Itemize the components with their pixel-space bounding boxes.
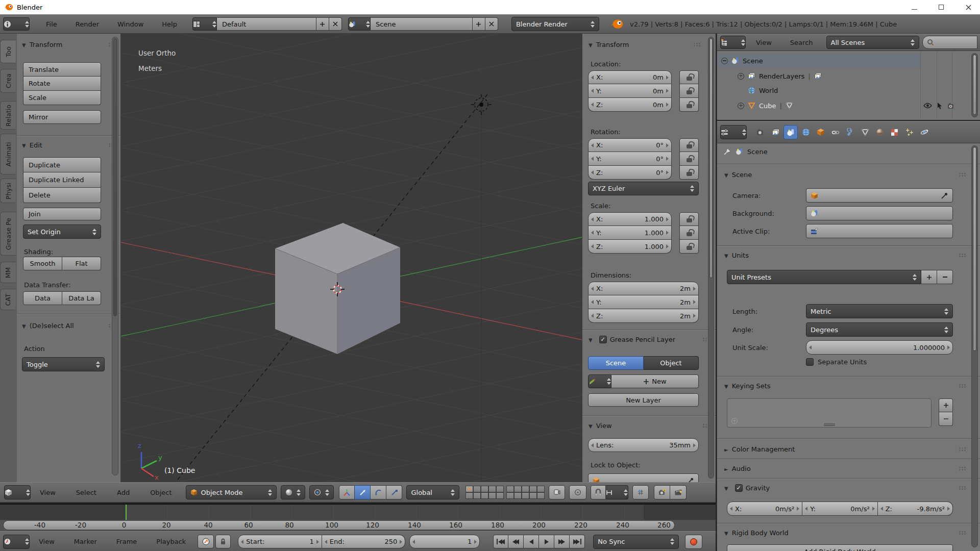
add-rigid-body-world-button[interactable]: Add Rigid Body World [727,544,953,551]
gp-source-object-button[interactable]: Object [644,356,699,370]
set-origin-menu[interactable]: Set Origin [23,224,101,239]
lock-location-y-button[interactable] [679,84,699,98]
frame-start-field[interactable]: Start:1 [238,535,322,548]
rotate-button[interactable]: Rotate [23,77,101,91]
gp-new-button[interactable]: New [611,374,699,388]
panel-header-transform-n[interactable]: Transform [589,41,701,48]
deselect-action-select[interactable]: Toggle [22,357,105,371]
restrict-render-icon[interactable] [947,103,955,109]
editor-type-button-properties[interactable] [720,125,747,139]
shade-smooth-button[interactable]: Smooth [23,257,62,270]
dimensions-x-field[interactable]: X:2m [588,282,699,295]
duplicate-linked-button[interactable]: Duplicate Linked [23,172,101,188]
active-clip-field[interactable] [806,224,953,238]
pivot-point-select[interactable] [309,485,334,499]
editor-type-button-3dview[interactable] [4,485,31,499]
manipulator-rotate-button[interactable] [371,485,386,499]
lock-layers-button[interactable] [549,485,565,499]
lamp-object[interactable] [471,94,492,115]
menu-add[interactable]: Add [115,489,132,496]
screen-layout-delete-button[interactable] [329,17,342,31]
layers-widget[interactable] [465,486,545,499]
menu-timeline-view[interactable]: View [37,538,57,545]
panel-header-transform[interactable]: Transform [22,41,116,48]
lock-rotation-z-button[interactable] [679,166,699,180]
properties-scrollbar[interactable] [971,145,978,547]
scale-y-field[interactable]: Y:1.000 [588,226,672,240]
unit-preset-add-button[interactable] [921,270,937,284]
gp-new-layer-button[interactable]: New Layer [588,393,699,407]
panel-header-scene[interactable]: Scene [724,171,967,179]
toolshelf-tab-animation[interactable]: Animati [0,134,16,174]
dimensions-y-field[interactable]: Y:2m [588,295,699,309]
jump-to-end-button[interactable] [570,535,585,548]
panel-header-grease-pencil[interactable]: Grease Pencil Layer [589,336,710,343]
scene-name-field[interactable]: Scene [371,17,473,31]
collapse-icon[interactable] [721,58,728,64]
location-x-field[interactable]: X:0m [588,70,672,84]
menu-timeline-frame[interactable]: Frame [114,538,139,545]
keying-set-add-button[interactable] [939,398,953,412]
rotation-mode-select[interactable]: XYZ Euler [588,182,699,195]
tab-object[interactable] [814,125,827,139]
data-transfer-layout-button[interactable]: Data La [62,291,101,305]
duplicate-button[interactable]: Duplicate [23,157,101,172]
scale-button[interactable]: Scale [23,91,101,105]
close-button[interactable] [957,0,980,14]
panel-header-color-management[interactable]: Color Management [724,445,967,453]
panel-drag-handle[interactable] [959,447,967,452]
toolshelf-tab-relations[interactable]: Relatio [0,101,16,130]
rotation-x-field[interactable]: X:0° [588,138,672,152]
rotation-z-field[interactable]: Z:0° [588,166,672,180]
gravity-checkbox[interactable] [735,484,743,492]
outliner-row-world[interactable]: World [748,84,921,97]
dimensions-z-field[interactable]: Z:2m [588,309,699,323]
play-button[interactable] [539,535,554,548]
tab-constraints[interactable] [828,125,842,139]
editor-type-button[interactable] [3,17,30,31]
toolshelf-scrollbar[interactable] [112,37,118,475]
man​ipulator-toggle-button[interactable] [339,485,355,499]
lock-location-z-button[interactable] [679,98,699,112]
toolshelf-tab-grease-pencil[interactable]: Grease Pe [0,212,16,256]
proportional-edit-button[interactable] [569,485,586,499]
scene-add-button[interactable] [473,17,485,31]
gravity-z-field[interactable]: Z:-9.8m/s² [878,502,953,516]
unit-preset-remove-button[interactable] [937,270,953,284]
panel-drag-handle[interactable] [959,466,967,471]
panel-drag-handle[interactable] [959,531,967,535]
menu-outliner-search[interactable]: Search [788,39,815,46]
menu-select[interactable]: Select [74,489,99,496]
menu-view[interactable]: View [38,489,58,496]
maximize-button[interactable] [929,0,953,14]
lock-scale-z-button[interactable] [679,240,699,254]
scene-camera-field[interactable] [806,188,953,203]
jump-next-keyframe-button[interactable] [554,535,570,548]
restrict-select-icon[interactable] [937,102,943,110]
keying-set-remove-button[interactable] [939,412,953,426]
list-resize-grip[interactable] [824,423,835,424]
scale-z-field[interactable]: Z:1.000 [588,240,672,254]
unit-scale-field[interactable]: 1.000000 [806,340,953,355]
background-scene-field[interactable] [806,206,953,220]
panel-drag-handle[interactable] [959,253,967,258]
use-preview-range-button[interactable] [198,535,214,548]
lock-to-object-field[interactable] [588,473,699,482]
separate-units-checkbox[interactable] [806,358,814,366]
tab-particles[interactable] [902,125,916,139]
outliner-row-scene[interactable]: Scene [717,54,921,67]
mirror-button[interactable]: Mirror [23,110,101,124]
cube-object[interactable] [275,223,400,354]
toolshelf-tab-physics[interactable]: Physi [0,179,16,203]
shade-flat-button[interactable]: Flat [62,257,101,270]
scene-datablock-icon[interactable] [736,148,743,155]
menu-outliner-view[interactable]: View [754,39,774,46]
outliner-search-field[interactable] [922,36,977,49]
menu-render[interactable]: Render [74,20,101,28]
scale-x-field[interactable]: X:1.000 [588,212,672,226]
tab-modifiers[interactable] [843,125,857,139]
screen-layout-add-button[interactable] [316,17,329,31]
screen-layout-selector[interactable] [192,17,217,31]
location-y-field[interactable]: Y:0m [588,84,672,98]
translate-button[interactable]: Translate [23,62,101,77]
